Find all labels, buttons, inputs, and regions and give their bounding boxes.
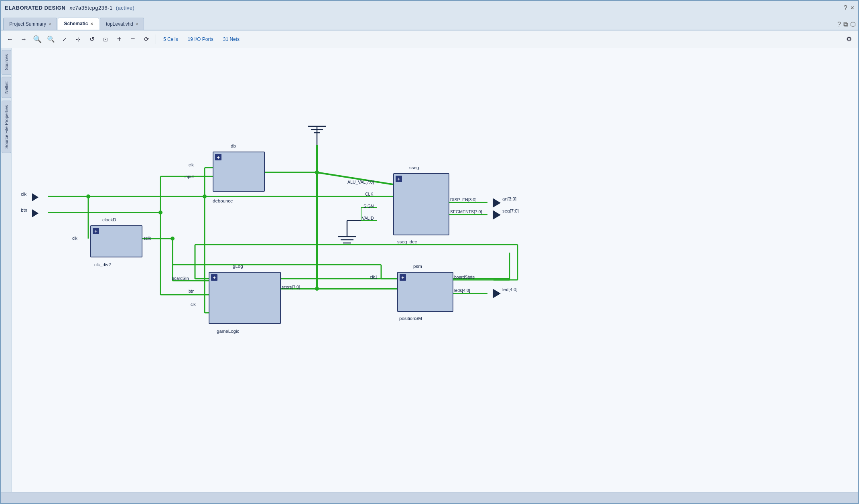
clockd-module-label: clockD xyxy=(102,217,116,222)
sseg-expand[interactable]: + xyxy=(396,176,402,182)
minus-button[interactable]: − xyxy=(127,34,139,45)
wires-overlay xyxy=(12,48,858,492)
clkdiv2-expand[interactable]: + xyxy=(93,228,99,234)
clk-div2-block[interactable]: + xyxy=(90,225,142,257)
clkdiv2-name-label: clk_div2 xyxy=(94,262,111,267)
content-area: Sources Netlist Source File Properties xyxy=(1,48,858,492)
clk-input-label: clk xyxy=(21,192,26,196)
forward-button[interactable]: → xyxy=(18,34,30,45)
glog-module-label: gLog xyxy=(233,264,243,269)
debounce-block[interactable]: + xyxy=(213,152,265,192)
tab-help-icon[interactable]: ? xyxy=(837,21,841,28)
svg-point-56 xyxy=(171,237,175,241)
tabs-bar: Project Summary × Schematic × topLeval.v… xyxy=(1,15,858,30)
tab-project-summary[interactable]: Project Summary × xyxy=(3,18,57,30)
tab-topleval[interactable]: topLeval.vhd × xyxy=(100,18,144,30)
active-status: (active) xyxy=(116,5,135,11)
psm-leds-port: leds[4:0] xyxy=(454,288,470,293)
tab-project-summary-label: Project Summary xyxy=(9,21,46,27)
center-button[interactable]: ⊡ xyxy=(100,34,112,45)
sseg-module-label: sseg xyxy=(409,165,419,170)
psm-boardstate-port: boardState xyxy=(454,275,475,279)
btn-input-label: btn xyxy=(21,208,27,213)
zoom-in-button[interactable]: 🔍 xyxy=(31,34,43,45)
tab-schematic[interactable]: Schematic × xyxy=(58,18,99,30)
psm-clk1-port: clk1 xyxy=(370,275,378,279)
toolbar-right: ⚙ xyxy=(843,34,855,45)
glog-clk-port: clk xyxy=(191,302,196,307)
sseg-dispen-port: DISP_EN[3:0] xyxy=(450,197,476,202)
positionsm-name-label: positionSM xyxy=(399,316,422,321)
cells-stat: 5 Cells xyxy=(159,36,182,42)
side-tabs: Sources Netlist Source File Properties xyxy=(1,48,12,492)
tabs-right-controls: ? ⧉ ⬡ xyxy=(837,20,856,30)
sseg-segments-port: SEGMENTS[7:0] xyxy=(450,209,482,214)
svg-point-52 xyxy=(203,194,207,198)
tab-external-icon[interactable]: ⬡ xyxy=(850,20,856,28)
nets-stat: 31 Nets xyxy=(219,36,244,42)
tab-restore-icon[interactable]: ⧉ xyxy=(843,21,848,28)
debounce-input-port: input xyxy=(185,174,194,179)
clkdiv2-sclk-port: sclk xyxy=(144,236,151,241)
sseg-aluval-port: ALU_VAL[7:0] xyxy=(347,180,374,184)
title-bar: ELABORATED DESIGN xc7a35tcpg236-1 (activ… xyxy=(1,1,858,15)
title-bar-controls: ? × xyxy=(844,4,854,12)
gamelogic-expand[interactable]: + xyxy=(211,274,217,281)
output-seg xyxy=(493,210,501,220)
svg-point-54 xyxy=(315,170,319,174)
psm-expand[interactable]: + xyxy=(400,274,406,281)
svg-point-51 xyxy=(86,194,90,198)
sseg-clk-port: CLK xyxy=(365,192,373,196)
glog-btn-port: btn xyxy=(189,289,195,293)
main-window: ELABORATED DESIGN xc7a35tcpg236-1 (activ… xyxy=(0,0,859,504)
tab-project-summary-close[interactable]: × xyxy=(49,22,51,26)
sseg-dec-name-label: sseg_dec xyxy=(397,239,417,244)
toolbar: ← → 🔍 🔍 ⤢ ⊹ ↺ ⊡ + − ⟳ 5 Cells 19 I/O Por… xyxy=(1,30,858,48)
tab-schematic-close[interactable]: × xyxy=(91,21,93,26)
clkdiv2-clk-port: clk xyxy=(72,236,77,241)
tab-topleval-close[interactable]: × xyxy=(136,22,138,26)
close-button[interactable]: × xyxy=(851,4,854,12)
game-logic-block[interactable]: + xyxy=(209,272,281,324)
led-output-label: led[4:0] xyxy=(502,287,518,292)
ports-stat: 19 I/O Ports xyxy=(184,36,217,42)
tabs-container: Project Summary × Schematic × topLeval.v… xyxy=(3,18,144,30)
schematic-canvas[interactable]: clk btn + db debounce clk input + clockD… xyxy=(12,48,858,492)
status-bar xyxy=(1,492,858,503)
gamelogic-name-label: gameLogic xyxy=(217,329,239,334)
debounce-clk-port: clk xyxy=(189,162,194,167)
svg-point-53 xyxy=(158,211,162,215)
tab-schematic-label: Schematic xyxy=(64,21,88,26)
zoom-out-button[interactable]: 🔍 xyxy=(45,34,57,45)
glog-score-port: score[7:0] xyxy=(282,285,300,289)
sseg-sign-port: SIGN xyxy=(364,204,374,208)
fit-button[interactable]: ⤢ xyxy=(59,34,71,45)
seg-output-label: seg[7:0] xyxy=(502,208,519,213)
toolbar-separator-1 xyxy=(156,34,156,44)
debounce-expand[interactable]: + xyxy=(215,154,221,160)
app-title: ELABORATED DESIGN xyxy=(5,5,65,11)
device-name: xc7a35tcpg236-1 xyxy=(69,5,112,11)
input-btn xyxy=(32,209,39,217)
sseg-dec-block[interactable]: + xyxy=(393,173,449,235)
add-button[interactable]: + xyxy=(113,34,125,45)
psm-module-label: psm xyxy=(413,264,422,269)
debounce-name-label: debounce xyxy=(213,198,233,203)
an-output-label: an[3:0] xyxy=(502,196,516,201)
reload-button[interactable]: ⟳ xyxy=(140,34,152,45)
sidebar-item-source-file-props[interactable]: Source File Properties xyxy=(2,101,11,153)
sidebar-item-sources[interactable]: Sources xyxy=(2,50,11,75)
back-button[interactable]: ← xyxy=(4,34,16,45)
psm-block[interactable]: + xyxy=(397,272,453,312)
sidebar-item-netlist[interactable]: Netlist xyxy=(2,77,11,98)
settings-button[interactable]: ⚙ xyxy=(843,34,855,45)
output-an xyxy=(493,198,501,208)
debounce-module-label: db xyxy=(231,144,236,148)
select-button[interactable]: ⊹ xyxy=(72,34,84,45)
help-button[interactable]: ? xyxy=(844,4,847,12)
sseg-valid-port: VALID xyxy=(362,216,374,221)
glog-boardsin-port: boardSIn xyxy=(172,276,189,281)
output-led xyxy=(493,289,501,298)
tab-topleval-label: topLeval.vhd xyxy=(106,21,133,27)
rotate-button[interactable]: ↺ xyxy=(86,34,98,45)
